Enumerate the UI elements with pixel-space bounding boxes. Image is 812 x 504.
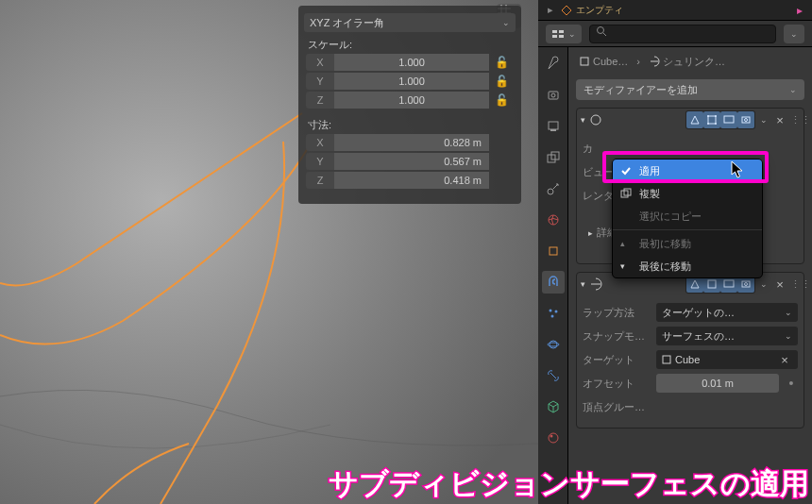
clear-icon[interactable]: × bbox=[777, 353, 792, 367]
menu-duplicate[interactable]: 複製 bbox=[613, 182, 762, 205]
viewport-3d[interactable]: XYZ オイラー角 ⌄ スケール: X 1.000 🔓 Y 1.000 🔓 Z … bbox=[0, 0, 538, 504]
snap-mode-dropdown[interactable]: サーフェスの…⌄ bbox=[656, 327, 798, 345]
toggle-editmode-icon[interactable] bbox=[703, 111, 720, 128]
lock-icon[interactable]: 🔓 bbox=[489, 92, 514, 109]
menu-duplicate-label: 複製 bbox=[639, 187, 660, 201]
svg-line-10 bbox=[603, 33, 606, 36]
wrap-method-value: ターゲットの… bbox=[662, 306, 735, 320]
tab-particles[interactable] bbox=[542, 302, 565, 325]
scale-y-field[interactable]: 1.000 bbox=[334, 73, 489, 90]
toggle-viewport-icon[interactable] bbox=[720, 111, 737, 128]
chevron-down-icon: ⌄ bbox=[789, 85, 797, 94]
svg-point-12 bbox=[551, 93, 555, 97]
svg-point-22 bbox=[550, 315, 553, 318]
svg-rect-41 bbox=[663, 356, 670, 363]
breadcrumb-object-label: Cube… bbox=[593, 56, 628, 67]
menu-move-first[interactable]: ▴ 最初に移動 bbox=[613, 232, 762, 255]
animate-icon[interactable]: • bbox=[785, 377, 798, 390]
drag-handle-icon[interactable]: ⋮⋮ bbox=[790, 114, 800, 126]
tab-render[interactable] bbox=[542, 84, 565, 107]
disclosure-icon[interactable]: ▾ bbox=[581, 279, 585, 289]
breadcrumb-modifier[interactable]: シュリンク… bbox=[646, 55, 728, 69]
tree-expand-icon[interactable]: ▸ bbox=[548, 4, 553, 16]
dim-y-field[interactable]: 0.567 m bbox=[334, 153, 489, 170]
add-modifier-dropdown[interactable]: モディファイアーを追加 ⌄ bbox=[576, 79, 804, 100]
modifier-shrinkwrap: ▾ ⌄ × ⋮⋮ ラップ方法 ターゲットの bbox=[576, 272, 804, 428]
scale-x-field[interactable]: 1.000 bbox=[334, 54, 489, 71]
menu-copy-selected[interactable]: 選択にコピー bbox=[613, 205, 762, 227]
dim-y-label: Y bbox=[306, 153, 334, 170]
svg-rect-7 bbox=[559, 30, 564, 33]
tab-physics[interactable] bbox=[542, 333, 565, 356]
toggle-edit-cage-icon[interactable] bbox=[686, 111, 703, 128]
snap-mode-value: サーフェスの… bbox=[662, 329, 735, 344]
tab-material[interactable] bbox=[542, 427, 565, 449]
tab-scene[interactable] bbox=[542, 177, 565, 200]
properties-tab-column bbox=[538, 47, 568, 504]
tab-world[interactable] bbox=[542, 209, 565, 231]
svg-point-21 bbox=[554, 311, 557, 313]
chevron-down-icon: ⌄ bbox=[790, 29, 798, 39]
tab-tool[interactable] bbox=[542, 53, 565, 76]
dim-x-field[interactable]: 0.828 m bbox=[334, 134, 489, 151]
options-dropdown[interactable]: ⌄ bbox=[784, 25, 804, 43]
menu-move-first-label: 最初に移動 bbox=[639, 237, 691, 251]
extras-dropdown-icon[interactable]: ⌄ bbox=[760, 115, 768, 125]
svg-rect-34 bbox=[724, 116, 734, 123]
outliner-item-label: エンプティ bbox=[576, 4, 623, 17]
annotation-caption: サブディビジョンサーフェスの適用 bbox=[329, 464, 809, 504]
menu-apply-label: 適用 bbox=[639, 164, 660, 178]
tab-output[interactable] bbox=[542, 115, 565, 138]
svg-point-33 bbox=[715, 123, 717, 125]
svg-point-26 bbox=[550, 435, 552, 438]
outliner-item-empty[interactable]: エンプティ bbox=[561, 4, 623, 17]
svg-rect-39 bbox=[742, 281, 750, 287]
search-input[interactable] bbox=[589, 25, 776, 43]
svg-point-9 bbox=[598, 26, 604, 33]
offset-field[interactable]: 0.01 m bbox=[656, 374, 779, 393]
svg-rect-13 bbox=[549, 122, 558, 129]
breadcrumb-sep: › bbox=[636, 56, 640, 67]
lock-icon[interactable]: 🔓 bbox=[489, 73, 514, 90]
dimensions-label: 寸法: bbox=[308, 118, 516, 132]
svg-rect-37 bbox=[708, 280, 716, 288]
svg-point-18 bbox=[549, 215, 558, 225]
outliner-restriction-icon[interactable]: ▸ bbox=[797, 4, 803, 17]
subsurf-icon bbox=[588, 112, 603, 127]
right-region: ▸ エンプティ ▸ ⌄ ⌄ bbox=[538, 0, 812, 504]
breadcrumb-object[interactable]: Cube… bbox=[576, 56, 631, 67]
add-modifier-label: モディファイアーを追加 bbox=[584, 83, 698, 97]
chevron-down-icon: ⌄ bbox=[568, 29, 576, 39]
dim-z-field[interactable]: 0.418 m bbox=[334, 172, 489, 189]
toggle-render-icon[interactable] bbox=[737, 111, 754, 128]
modifier-header[interactable]: ▾ ⌄ × ⋮⋮ bbox=[577, 109, 804, 131]
extras-dropdown-icon[interactable]: ⌄ bbox=[760, 279, 768, 289]
display-mode-dropdown[interactable]: ⌄ bbox=[546, 25, 582, 43]
menu-move-last[interactable]: ▾ 最後に移動 bbox=[613, 255, 762, 277]
close-icon[interactable]: × bbox=[772, 113, 787, 127]
svg-rect-6 bbox=[552, 35, 557, 38]
target-field[interactable]: Cube × bbox=[656, 350, 798, 369]
tab-object[interactable] bbox=[542, 240, 565, 262]
modifier-toggles bbox=[685, 110, 755, 129]
scale-z-field[interactable]: 1.000 bbox=[334, 92, 489, 109]
empty-icon bbox=[561, 5, 572, 16]
drag-handle-icon[interactable]: ⋮⋮ bbox=[790, 278, 800, 291]
close-icon[interactable]: × bbox=[772, 277, 787, 292]
breadcrumb-modifier-label: シュリンク… bbox=[663, 55, 725, 69]
disclosure-icon[interactable]: ▾ bbox=[581, 115, 585, 125]
tab-modifiers[interactable] bbox=[542, 271, 565, 294]
lock-icon[interactable]: 🔓 bbox=[489, 54, 514, 71]
scale-x-label: X bbox=[306, 54, 334, 71]
duplicate-icon bbox=[620, 188, 632, 199]
check-icon bbox=[620, 165, 632, 176]
tab-viewlayer[interactable] bbox=[542, 146, 565, 169]
tab-data[interactable] bbox=[542, 395, 565, 418]
tab-constraints[interactable] bbox=[542, 364, 565, 387]
breadcrumb: Cube… › シュリンク… bbox=[572, 51, 808, 72]
snap-mode-label: スナップモ… bbox=[583, 329, 651, 344]
rotation-mode-dropdown[interactable]: XYZ オイラー角 ⌄ bbox=[304, 13, 516, 32]
menu-apply[interactable]: 適用 bbox=[613, 160, 762, 182]
wrap-method-label: ラップ方法 bbox=[583, 306, 651, 320]
wrap-method-dropdown[interactable]: ターゲットの…⌄ bbox=[656, 303, 798, 322]
